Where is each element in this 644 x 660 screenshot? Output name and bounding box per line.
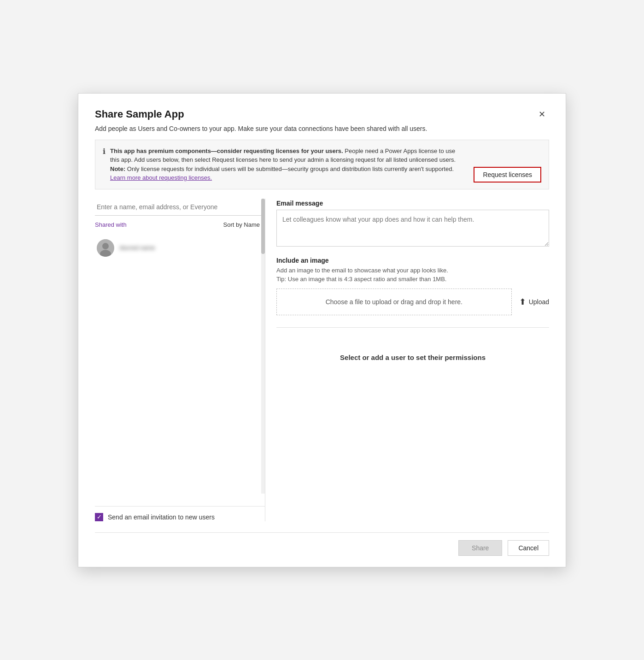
search-input[interactable] xyxy=(95,199,265,216)
info-banner-note: Only license requests for individual use… xyxy=(127,165,454,172)
avatar xyxy=(97,239,114,257)
share-button[interactable]: Share xyxy=(458,540,502,556)
shared-with-row: Shared with Sort by Name ▾ xyxy=(95,219,265,232)
upload-icon: ⬆ xyxy=(519,297,526,307)
right-panel: Email message Include an image Add an im… xyxy=(276,199,549,361)
dialog-subtitle: Add people as Users and Co-owners to you… xyxy=(95,125,549,132)
svg-point-1 xyxy=(102,243,109,249)
main-content: Shared with Sort by Name ▾ blurred xyxy=(95,199,549,521)
learn-more-link[interactable]: Learn more about requesting licenses. xyxy=(110,174,212,181)
user-list: blurred name xyxy=(95,232,265,499)
checkmark-icon: ✓ xyxy=(97,514,102,520)
email-checkbox-area: ✓ Send an email invitation to new users xyxy=(95,506,265,521)
upload-label: Upload xyxy=(529,298,549,306)
include-image-section: Include an image Add an image to the ema… xyxy=(276,257,549,315)
dialog-title: Share Sample App xyxy=(95,108,184,120)
email-message-section: Email message xyxy=(276,200,549,248)
user-name: blurred name xyxy=(120,244,155,251)
shared-with-label: Shared with xyxy=(95,221,127,228)
email-checkbox-label[interactable]: Send an email invitation to new users xyxy=(108,513,215,521)
email-message-label: Email message xyxy=(276,200,549,207)
dialog-header: Share Sample App ✕ xyxy=(95,108,549,120)
request-licenses-button[interactable]: Request licenses xyxy=(474,167,541,183)
email-checkbox[interactable]: ✓ xyxy=(95,513,103,521)
dialog-footer: Share Cancel xyxy=(95,532,549,556)
upload-row: Choose a file to upload or drag and drop… xyxy=(276,289,549,315)
sort-by-label: Sort by Name xyxy=(223,221,260,228)
info-banner-bold: This app has premium components—consider… xyxy=(110,147,343,154)
info-icon: ℹ xyxy=(103,147,105,156)
upload-button[interactable]: ⬆ Upload xyxy=(519,297,549,307)
include-image-label: Include an image xyxy=(276,257,549,264)
info-banner-note-bold: Note: xyxy=(110,165,125,172)
info-banner-text: This app has premium components—consider… xyxy=(110,147,460,183)
left-panel: Shared with Sort by Name ▾ blurred xyxy=(95,199,265,521)
list-item[interactable]: blurred name xyxy=(95,236,265,260)
divider xyxy=(276,327,549,328)
cancel-button[interactable]: Cancel xyxy=(508,540,549,556)
scrollbar-track xyxy=(261,199,265,494)
close-button[interactable]: ✕ xyxy=(535,108,549,120)
email-message-textarea[interactable] xyxy=(276,210,549,247)
permissions-placeholder: Select or add a user to set their permis… xyxy=(276,354,549,361)
drop-zone[interactable]: Choose a file to upload or drag and drop… xyxy=(276,289,512,315)
include-image-desc1: Add an image to the email to showcase wh… xyxy=(276,266,549,284)
share-dialog: Share Sample App ✕ Add people as Users a… xyxy=(78,93,566,567)
sort-by-button[interactable]: Sort by Name ▾ xyxy=(223,221,265,228)
info-banner: ℹ This app has premium components—consid… xyxy=(95,140,549,189)
scrollbar-thumb[interactable] xyxy=(261,199,265,254)
